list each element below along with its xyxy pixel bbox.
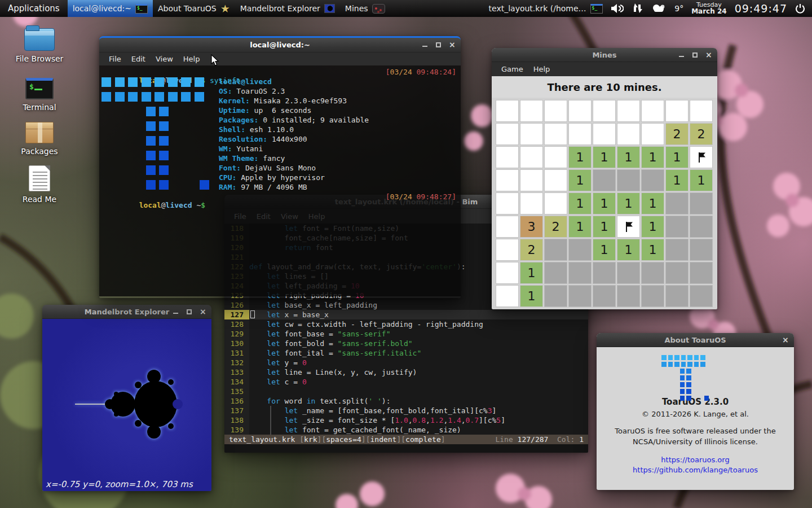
about-titlebar[interactable]: About ToaruOS × (597, 333, 794, 347)
menu-item-edit[interactable]: Edit (126, 55, 151, 63)
mine-cell-number[interactable]: 1 (568, 192, 592, 214)
mine-cell-number[interactable]: 1 (641, 216, 664, 238)
mine-cell-hidden[interactable] (496, 239, 519, 261)
mine-cell-hidden[interactable] (520, 100, 543, 122)
code-line[interactable]: 134 let c = 0 (224, 377, 588, 387)
mine-cell-hidden[interactable] (544, 100, 567, 122)
mine-cell-empty[interactable] (544, 262, 567, 284)
mine-cell-number[interactable]: 2 (544, 216, 567, 238)
mine-cell-empty[interactable] (617, 169, 640, 191)
minimize-button[interactable] (678, 52, 685, 58)
mine-cell-empty[interactable] (568, 239, 592, 261)
mine-cell-hidden[interactable] (665, 100, 689, 122)
code-line[interactable]: 130 let font_bold = "sans-serif.bold" (224, 339, 588, 348)
mine-cell-empty[interactable] (544, 239, 567, 261)
code-line[interactable]: 136 for word in text.split(' '): (224, 396, 588, 406)
mine-cell-hidden[interactable] (544, 146, 567, 168)
mine-cell-hidden[interactable] (617, 123, 640, 145)
mine-cell-empty[interactable] (641, 285, 664, 307)
code-line[interactable]: 129 let font_base = "sans-serif" (224, 329, 588, 339)
mine-cell-number[interactable]: 1 (665, 146, 689, 168)
code-line[interactable]: 131 let font_ital = "sans-serif.italic" (224, 348, 588, 358)
mine-cell-empty[interactable] (593, 262, 616, 284)
mine-cell-empty[interactable] (568, 285, 592, 307)
close-icon[interactable]: × (782, 337, 788, 343)
mine-cell-hidden[interactable] (496, 100, 519, 122)
mine-cell-hidden[interactable] (568, 123, 592, 145)
mine-cell-hidden[interactable] (520, 123, 543, 145)
maximize-button[interactable] (692, 52, 698, 58)
mine-cell-empty[interactable] (641, 169, 664, 191)
mine-cell-hidden[interactable] (520, 192, 543, 214)
mine-cell-number[interactable]: 1 (641, 239, 664, 261)
date-display[interactable]: Tuesday March 24 (691, 2, 727, 15)
mine-cell-empty[interactable] (665, 216, 689, 238)
editor-command-line[interactable] (224, 444, 588, 453)
mine-cell-number[interactable]: 1 (520, 285, 543, 307)
mine-cell-flagged[interactable] (690, 146, 713, 168)
mine-cell-hidden[interactable] (593, 123, 616, 145)
code-line[interactable]: 133 let line = Line(x, y, cw, justify) (224, 367, 588, 377)
weather-icon[interactable] (651, 3, 667, 14)
maximize-button[interactable] (186, 309, 192, 315)
menu-item-help[interactable]: Help (178, 55, 205, 63)
mine-cell-empty[interactable] (544, 285, 567, 307)
code-line[interactable]: 128 let cw = ctx.width - left_padding - … (224, 319, 588, 329)
taskbar-window-button[interactable]: text_layout.krk (/home… (484, 0, 608, 17)
menu-item-file[interactable]: File (104, 55, 126, 63)
mine-cell-number[interactable]: 3 (520, 216, 543, 238)
mine-cell-empty[interactable] (593, 285, 616, 307)
mine-cell-hidden[interactable] (496, 146, 519, 168)
taskbar-window-button[interactable]: Mines (340, 0, 390, 17)
mine-cell-empty[interactable] (641, 262, 664, 284)
network-icon[interactable] (632, 3, 643, 14)
mine-cell-number[interactable]: 1 (568, 146, 592, 168)
github-link[interactable]: https://github.com/klange/toaruos (597, 466, 794, 474)
mine-cell-empty[interactable] (617, 262, 640, 284)
mine-cell-number[interactable]: 1 (593, 239, 616, 261)
taskbar-window-button[interactable]: About ToaruOS★ (153, 0, 235, 17)
mine-cell-number[interactable]: 1 (690, 169, 713, 191)
minimize-button[interactable] (173, 309, 179, 315)
mine-cell-empty[interactable] (665, 285, 689, 307)
minimize-button[interactable] (422, 42, 428, 48)
mine-cell-hidden[interactable] (617, 100, 640, 122)
maximize-button[interactable] (435, 42, 442, 48)
mine-cell-hidden[interactable] (544, 169, 567, 191)
mine-cell-hidden[interactable] (496, 123, 519, 145)
mine-cell-number[interactable]: 1 (617, 192, 640, 214)
mine-cell-hidden[interactable] (496, 169, 519, 191)
mine-cell-empty[interactable] (617, 285, 640, 307)
menu-item-help[interactable]: Help (528, 65, 555, 73)
terminal-output[interactable]: local@livecd ~$ sysinfo [03/24 09:48:24]… (99, 65, 461, 296)
terminal-titlebar[interactable]: local@livecd:~ × (99, 36, 461, 52)
volume-icon[interactable] (610, 3, 624, 14)
mine-cell-number[interactable]: 1 (617, 146, 640, 168)
mine-cell-empty[interactable] (665, 192, 689, 214)
desktop-icon-read-me[interactable]: Read Me (10, 165, 69, 204)
mine-cell-number[interactable]: 1 (617, 239, 640, 261)
mine-cell-number[interactable]: 2 (690, 123, 713, 145)
mine-cell-empty[interactable] (690, 216, 713, 238)
mine-cell-hidden[interactable] (496, 262, 519, 284)
toaruos-link[interactable]: https://toaruos.org (597, 456, 794, 464)
mines-titlebar[interactable]: Mines × (492, 48, 717, 62)
mine-cell-flagged[interactable] (617, 216, 640, 238)
mine-cell-number[interactable]: 1 (593, 192, 616, 214)
mine-cell-number[interactable]: 1 (593, 146, 616, 168)
mine-cell-hidden[interactable] (641, 123, 664, 145)
mine-cell-number[interactable]: 1 (593, 216, 616, 238)
mine-cell-hidden[interactable] (496, 285, 519, 307)
taskbar-window-button[interactable]: Mandelbrot Explorer (235, 0, 340, 17)
mine-cell-empty[interactable] (690, 239, 713, 261)
desktop-icon-packages[interactable]: Packages (10, 122, 69, 156)
mine-cell-number[interactable]: 1 (568, 169, 592, 191)
desktop-icon-terminal[interactable]: Terminal (10, 78, 69, 112)
mine-cell-hidden[interactable] (544, 192, 567, 214)
mine-cell-number[interactable]: 1 (520, 262, 543, 284)
mine-cell-number[interactable]: 1 (568, 216, 592, 238)
mine-cell-number[interactable]: 2 (665, 123, 689, 145)
code-line[interactable]: 132 let y = 0 (224, 358, 588, 367)
applications-menu[interactable]: Applications (0, 3, 68, 14)
mine-cell-hidden[interactable] (593, 100, 616, 122)
